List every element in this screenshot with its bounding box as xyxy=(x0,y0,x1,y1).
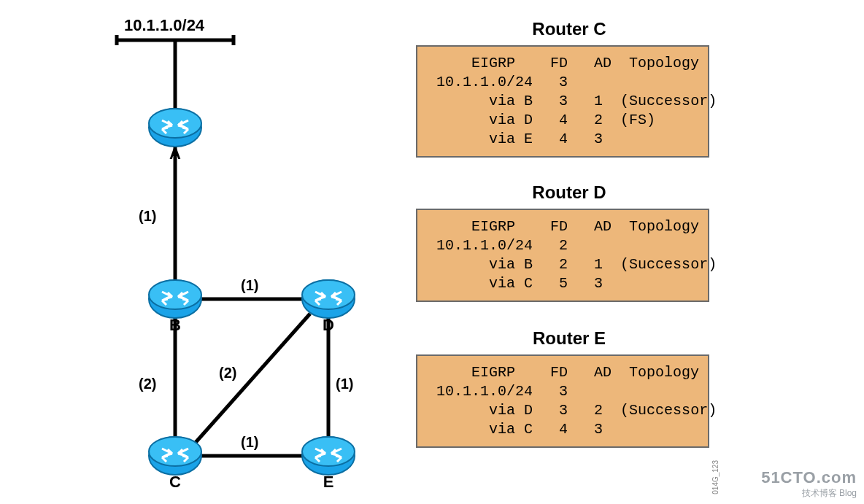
topology-diagram: A B D C E xyxy=(0,0,409,504)
slide-id: 014G_123 xyxy=(711,460,720,495)
router-d-icon xyxy=(302,280,355,318)
c-row0: 10.1.1.0/24 3 xyxy=(428,74,568,90)
e-row2: via C 4 3 xyxy=(428,421,603,438)
router-e-icon xyxy=(302,437,355,475)
edge-label-c-d: (2) xyxy=(219,365,236,381)
watermark-brand: 51CTO.com xyxy=(761,468,857,487)
d-row2: via C 5 3 xyxy=(428,275,603,292)
edge-label-c-e: (1) xyxy=(241,434,258,451)
router-e-table: EIGRP FD AD Topology 10.1.1.0/24 3 via D… xyxy=(416,354,709,448)
e-hdr: EIGRP FD AD Topology xyxy=(428,364,699,381)
e-row1: via D 3 2 (Successor) xyxy=(428,402,717,419)
router-e-label: E xyxy=(323,473,334,491)
c-row2: via D 4 2 (FS) xyxy=(428,112,655,128)
router-c-icon xyxy=(149,437,201,475)
edge-label-d-e: (1) xyxy=(336,376,353,392)
d-row1: via B 2 1 (Successor) xyxy=(428,256,717,273)
router-c-table: EIGRP FD AD Topology 10.1.1.0/24 3 via B… xyxy=(416,45,709,158)
d-hdr: EIGRP FD AD Topology xyxy=(428,218,699,235)
router-d-table: EIGRP FD AD Topology 10.1.1.0/24 2 via B… xyxy=(416,209,709,302)
watermark-sub: 技术博客 Blog xyxy=(761,487,857,500)
router-a-icon xyxy=(149,109,201,147)
watermark: 51CTO.com 技术博客 Blog xyxy=(761,468,857,500)
router-a-label: A xyxy=(169,144,181,163)
c-row1: via B 3 1 (Successor) xyxy=(428,93,717,109)
edge-label-a-b: (1) xyxy=(139,208,156,225)
c-hdr-eigrp: EIGRP FD AD Topology xyxy=(428,55,699,71)
c-row3: via E 4 3 xyxy=(428,131,603,147)
d-row0: 10.1.1.0/24 2 xyxy=(428,237,568,254)
e-row0: 10.1.1.0/24 3 xyxy=(428,383,568,400)
router-b-label: B xyxy=(169,316,181,334)
router-d-title: Router D xyxy=(511,182,628,203)
router-d-label: D xyxy=(323,316,334,334)
router-b-icon xyxy=(149,280,201,318)
edge-label-b-d: (1) xyxy=(241,277,258,294)
svg-line-9 xyxy=(193,314,310,445)
router-e-title: Router E xyxy=(511,328,628,349)
edge-label-b-c: (2) xyxy=(139,376,156,392)
router-c-label: C xyxy=(169,473,181,491)
router-c-title: Router C xyxy=(511,19,628,39)
